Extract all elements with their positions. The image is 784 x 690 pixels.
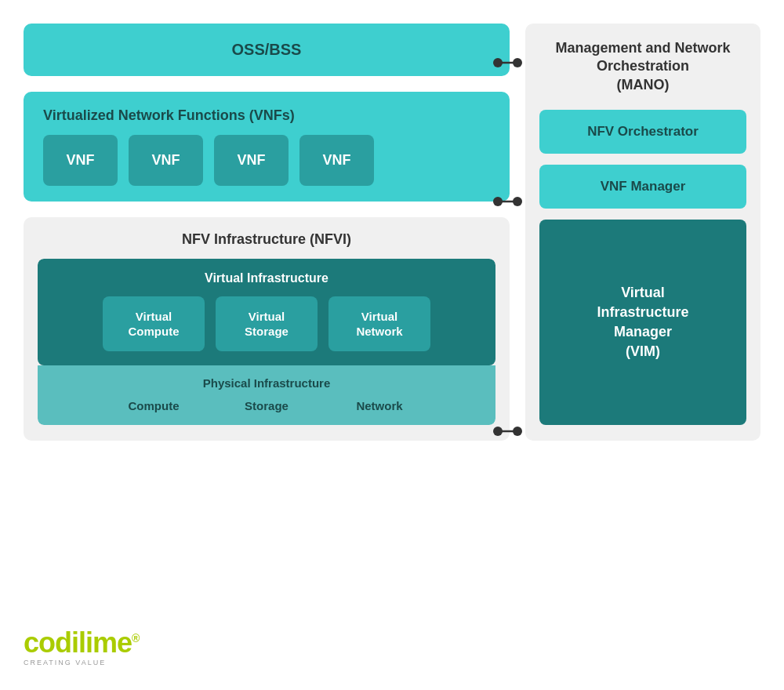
vnf-boxes-container: VNF VNF VNF VNF [43,135,490,186]
physical-compute-label: Compute [103,399,205,412]
vnf-manager-box: VNF Manager [539,165,746,209]
vnf-manager-label: VNF Manager [601,179,686,194]
nfv-orchestrator-label: NFV Orchestrator [587,124,699,139]
logo-area: codilime® CREATING VALUE [24,629,139,666]
logo-registered: ® [132,632,139,645]
logo-dark-part: codi [24,626,78,659]
physical-boxes-container: Compute Storage Network [50,399,483,412]
oss-bss-label: OSS/BSS [232,41,302,58]
vnf-box-4: VNF [299,135,374,186]
virtual-storage-box: VirtualStorage [216,296,318,351]
vnf-box-2: VNF [129,135,203,186]
logo-text: codilime® [24,629,139,657]
physical-network-label: Network [328,399,430,412]
logo-lime-part: lime [78,626,132,659]
vim-box: VirtualInfrastructureManager(VIM) [539,220,746,425]
physical-infra-block: Physical Infrastructure Compute Storage … [38,365,495,425]
virtual-infra-title: Virtual Infrastructure [50,271,483,285]
virtual-infra-block: Virtual Infrastructure VirtualCompute Vi… [38,259,495,365]
virtual-network-box: VirtualNetwork [328,296,430,351]
infra-wrapper: Virtual Infrastructure VirtualCompute Vi… [38,259,495,425]
physical-infra-title: Physical Infrastructure [50,376,483,390]
vnf-title: Virtualized Network Functions (VNFs) [43,107,490,124]
logo-tagline: CREATING VALUE [24,659,106,666]
virtual-boxes-container: VirtualCompute VirtualStorage VirtualNet… [50,296,483,351]
nfvi-title: NFV Infrastructure (NFVI) [38,231,495,248]
oss-bss-block: OSS/BSS [24,24,510,76]
vnf-box-3: VNF [214,135,289,186]
left-column: OSS/BSS Virtualized Network Functions (V… [24,24,510,441]
vnf-box-1: VNF [43,135,118,186]
mano-container: Management and Network Orchestration(MAN… [525,24,760,441]
physical-storage-label: Storage [216,399,318,412]
mano-title: Management and Network Orchestration(MAN… [539,39,746,94]
virtual-compute-box: VirtualCompute [103,296,205,351]
nfvi-section: NFV Infrastructure (NFVI) Virtual Infras… [24,217,510,441]
nfv-orchestrator-box: NFV Orchestrator [539,110,746,154]
right-column: Management and Network Orchestration(MAN… [510,24,760,441]
vnf-section: Virtualized Network Functions (VNFs) VNF… [24,92,510,202]
